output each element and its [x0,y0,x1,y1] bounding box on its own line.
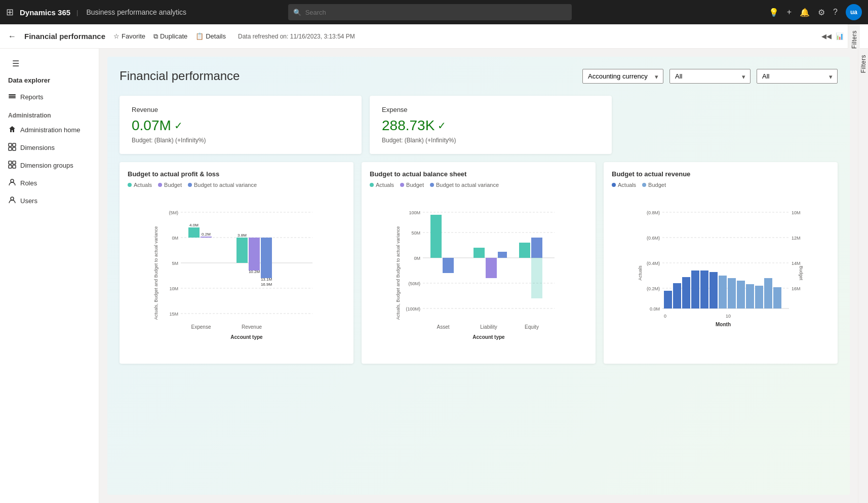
app-title: Dynamics 365 [20,8,70,17]
svg-text:3.8M: 3.8M [238,233,247,238]
svg-text:50M: 50M [411,230,420,236]
sidebar-item-dimensions-label: Dimensions [20,144,55,151]
chart3-svg-wrap: Actuals Budget (0.8M) (0.6M) (0.4M) [612,192,830,356]
sidebar-item-dimension-groups[interactable]: Dimension groups [0,157,99,174]
chart1-legend-budget: Budget [158,182,182,188]
chart2-bar-equity-actuals [519,243,530,258]
chart2-budget-dot [400,183,404,187]
sidebar-item-dimensions[interactable]: Dimensions [0,139,99,157]
svg-rect-8 [13,161,16,164]
star-icon: ☆ [113,32,120,40]
favorite-button[interactable]: ☆ Favorite [113,32,145,40]
chart3-bar-8 [728,278,736,308]
sidebar-item-roles[interactable]: Roles [0,174,99,192]
chart2-legend-actuals: Actuals [370,182,394,188]
filter2-select[interactable]: All [669,69,751,84]
search-bar[interactable]: 🔍 [288,4,572,20]
svg-text:100M: 100M [409,210,420,215]
chart2-legend: Actuals Budget Budget to actual variance [370,182,587,188]
svg-text:0.0M: 0.0M [650,306,660,312]
filter1-wrap[interactable]: Accounting currency [582,69,663,84]
sidebar-item-reports[interactable]: Reports [0,88,99,106]
svg-text:Actuals: Actuals [638,265,643,281]
revenue-check-icon: ✓ [174,120,183,132]
svg-text:10M: 10M [169,286,178,291]
chart2-actuals-dot [370,183,374,187]
main-layout: ☰ Data explorer Reports Administration A… [0,49,868,503]
chart2-bar-liability-budget [486,258,497,278]
chart1-bar-revenue-budget [249,238,260,270]
search-input[interactable] [305,9,567,16]
nav-icons: 💡 + 🔔 ⚙ ? ua [769,4,862,20]
svg-rect-2 [9,97,16,98]
filter3-select[interactable]: All [757,69,838,84]
bell-icon[interactable]: 🔔 [800,8,810,17]
sidebar-item-admin-home[interactable]: Administration home [0,121,99,139]
filters-side-label[interactable]: Filters [860,49,867,79]
svg-text:10.2M: 10.2M [249,269,260,274]
svg-text:Asset: Asset [437,324,449,330]
svg-point-11 [11,179,14,182]
report-filters: Accounting currency All All [582,69,838,84]
chart3-actuals-dot [612,183,616,187]
plus-icon[interactable]: + [787,8,792,17]
svg-text:(5M): (5M) [169,210,179,215]
back-button[interactable]: ← [8,32,16,41]
duplicate-button[interactable]: ⧉ Duplicate [153,32,187,41]
app-name: Business performance analytics [86,8,186,16]
kpi-spacer [620,96,838,154]
details-button[interactable]: 📋 Details [195,32,226,40]
chart1-legend-variance: Budget to actual variance [188,182,257,188]
settings-icon[interactable]: ⚙ [818,8,825,17]
sidebar-item-users[interactable]: Users [0,192,99,210]
svg-rect-10 [13,165,16,168]
filter2-wrap[interactable]: All [669,69,751,84]
chart3-legend: Actuals Budget [612,182,830,188]
lightbulb-icon[interactable]: 💡 [769,8,779,17]
filter1-select[interactable]: Accounting currency [582,69,663,84]
svg-rect-9 [9,165,12,168]
chart3-bar-4 [691,270,699,308]
avatar[interactable]: ua [846,4,862,20]
duplicate-icon: ⧉ [153,32,158,41]
sidebar-item-admin-home-label: Administration home [20,126,81,134]
filter3-wrap[interactable]: All [757,69,838,84]
svg-text:10M: 10M [792,210,801,215]
main-content: Financial performance Accounting currenc… [99,49,858,503]
reports-icon [8,92,16,102]
chart2-legend-budget: Budget [400,182,424,188]
expense-kpi-card: Expense 288.73K ✓ Budget: (Blank) (+Infi… [370,96,612,154]
sidebar: ☰ Data explorer Reports Administration A… [0,49,99,503]
expense-label: Expense [382,106,600,113]
chart2-svg: Actuals, Budget and Budget to actual var… [370,192,587,354]
report-container: Financial performance Accounting currenc… [107,57,850,495]
expense-budget: Budget: (Blank) (+Infinity%) [382,137,600,144]
chart1-svg: Actuals, Budget and Budget to actual var… [128,192,345,354]
sidebar-item-dimension-groups-label: Dimension groups [20,162,73,169]
sidebar-toggle[interactable]: ☰ [4,55,27,72]
svg-text:Account type: Account type [472,334,505,340]
filters-side-panel[interactable]: Filters [858,49,868,503]
chart1-bar-revenue-actuals [236,238,248,263]
chart1-svg-wrap: Actuals, Budget and Budget to actual var… [128,192,345,356]
details-icon: 📋 [195,32,204,40]
svg-text:Actuals, Budget and Budget to : Actuals, Budget and Budget to actual var… [153,226,159,320]
top-nav: ⊞ Dynamics 365 | Business performance an… [0,0,868,24]
svg-text:0M: 0M [414,256,420,261]
waffle-icon[interactable]: ⊞ [6,7,14,18]
help-icon[interactable]: ? [833,8,838,17]
collapse-icon[interactable]: ◀◀ [821,32,832,40]
filters-label[interactable]: Filters [851,24,858,55]
svg-text:(0.6M): (0.6M) [647,236,660,241]
page-title: Financial performance [24,32,105,41]
svg-rect-5 [9,147,12,150]
sidebar-item-reports-label: Reports [20,93,44,101]
svg-text:(0.4M): (0.4M) [647,261,660,266]
chart3-legend-budget: Budget [642,182,666,188]
chart-icon[interactable]: 📊 [836,32,844,40]
users-icon [8,196,16,206]
filters-panel[interactable]: Filters [848,24,860,49]
chart3-bar-5 [700,270,708,308]
chart3-legend-actuals: Actuals [612,182,636,188]
chart1-card: Budget to actual profit & loss Actuals B… [120,162,353,364]
